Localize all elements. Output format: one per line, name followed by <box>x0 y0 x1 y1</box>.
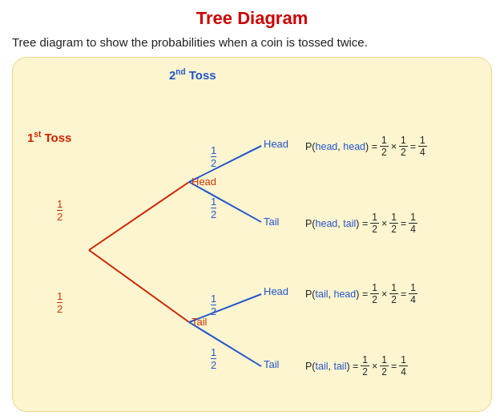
svg-line-3 <box>189 182 261 222</box>
end-head-tail-label: Tail <box>264 216 280 228</box>
diagram-container: 2nd Toss 1st Toss 1 2 <box>12 57 492 412</box>
second-toss-lu-frac: 1 2 <box>211 293 216 317</box>
prob-tail-tail: P(tail, tail) = 1 2 × 1 2 = 1 4 <box>305 354 409 378</box>
second-toss-ul-frac: 1 2 <box>211 196 216 220</box>
svg-line-0 <box>89 182 189 250</box>
first-toss-lower-frac: 1 2 <box>57 290 62 315</box>
first-toss-upper-frac: 1 2 <box>57 198 62 223</box>
end-tail-head-label: Head <box>264 285 288 297</box>
prob-head-tail: P(head, tail) = 1 2 × 1 2 = 1 4 <box>305 212 419 235</box>
svg-line-5 <box>189 322 261 366</box>
prob-head-head: P(head, head) = 1 2 × 1 2 = 1 4 <box>305 135 429 158</box>
prob-tail-head: P(tail, head) = 1 2 × 1 2 = 1 4 <box>305 282 419 305</box>
tail-node-label: Tail <box>192 316 208 328</box>
second-toss-uu-frac: 1 2 <box>211 144 216 169</box>
tree-svg <box>13 58 491 411</box>
page-title: Tree Diagram <box>12 8 492 29</box>
end-head-head-label: Head <box>264 138 288 150</box>
head-node-label: Head <box>192 176 216 188</box>
subtitle: Tree diagram to show the probabilities w… <box>12 35 492 49</box>
end-tail-tail-label: Tail <box>264 358 280 370</box>
second-toss-ll-frac: 1 2 <box>211 346 216 371</box>
page: Tree Diagram Tree diagram to show the pr… <box>0 0 504 420</box>
svg-line-1 <box>89 250 189 322</box>
